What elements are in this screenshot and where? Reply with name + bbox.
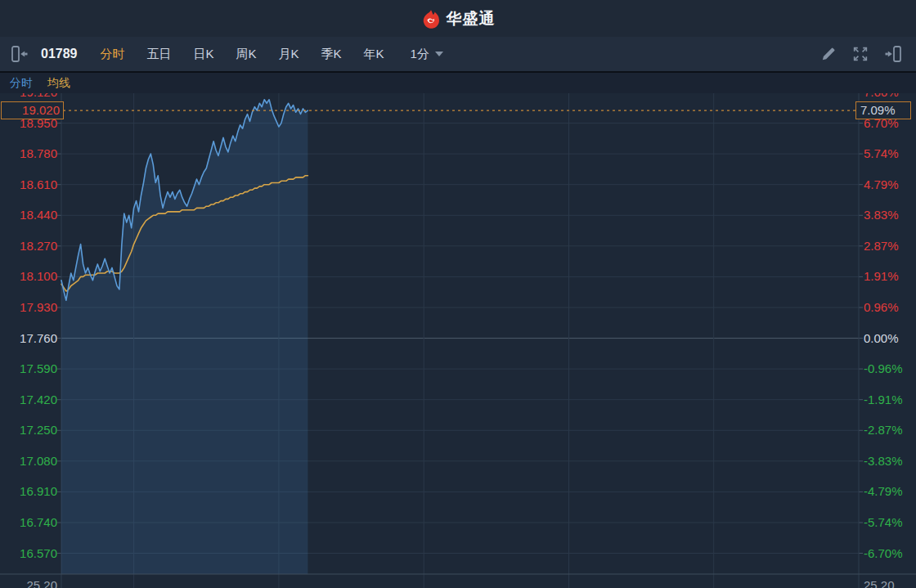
percent-axis-label: -4.79% [864,484,903,499]
price-axis-label: 17.930 [0,300,57,315]
price-axis-label: 18.440 [0,208,57,222]
chart-toolbar: 01789 分时五日日K周K月K季K年K 1分 [0,37,916,73]
price-axis-label: 19.120 [0,93,57,100]
period-tabs: 分时五日日K周K月K季K年K [101,47,384,62]
flame-icon [421,9,441,29]
chart-area[interactable]: 19.020 7.09% 25.20 25.20 19.1207.66%18.9… [0,93,916,588]
stock-code: 01789 [41,47,78,61]
price-axis-label: 17.420 [0,393,57,407]
price-axis-label: 18.610 [0,177,57,192]
legend-item: 分时 [10,76,33,91]
percent-axis-label: 2.87% [864,239,899,254]
price-axis-label: 16.910 [0,484,57,499]
price-axis-label: 16.740 [0,515,57,530]
price-axis-label: 16.570 [0,546,57,561]
percent-axis-label: -1.91% [864,393,903,407]
price-axis-label: 17.250 [0,423,57,438]
app-title: 华盛通 [447,8,496,29]
pencil-icon[interactable] [819,45,837,63]
minute-period-value: 1分 [411,47,429,62]
period-tab[interactable]: 季K [321,47,342,62]
price-axis-label: 17.590 [0,361,57,376]
current-change-label: 7.09% [855,101,911,119]
volume-axis-label-right: 25.20 [864,578,895,588]
percent-axis-label: -5.74% [864,515,903,530]
collapse-left-icon[interactable] [10,44,29,64]
percent-axis-label: -3.83% [864,454,903,469]
period-tab[interactable]: 分时 [101,47,125,62]
chart-legend: 分时均线 [0,73,916,93]
percent-axis-label: -6.70% [864,546,903,561]
price-axis-label: 18.270 [0,239,57,254]
collapse-right-icon[interactable] [883,44,903,64]
percent-axis-label: 0.96% [864,300,899,315]
percent-axis-label: 1.91% [864,269,899,284]
period-tab[interactable]: 日K [194,47,214,62]
minute-period-select[interactable]: 1分 [411,47,443,62]
expand-icon[interactable] [851,45,869,63]
period-tab[interactable]: 周K [236,47,257,62]
price-axis-label: 18.780 [0,146,57,161]
toolbar-right-icons [819,44,906,64]
minute-chart-plot [0,93,916,588]
price-area-fill [61,100,308,574]
period-tab[interactable]: 月K [279,47,299,62]
percent-axis-label: 3.83% [864,208,899,222]
legend-item: 均线 [47,76,70,91]
volume-axis-label-left: 25.20 [0,578,57,588]
percent-axis-label: 5.74% [864,146,899,161]
percent-axis-label: 4.79% [864,177,899,192]
app-logo: 华盛通 [421,8,496,29]
app-header: 华盛通 [0,0,916,37]
current-price-label: 19.020 [1,101,64,119]
percent-axis-label: -2.87% [864,423,903,438]
price-axis-label: 17.760 [0,331,57,346]
app-window: 华盛通 01789 分时五日日K周K月K季K年K 1分 [0,0,916,588]
price-axis-label: 17.080 [0,454,57,469]
percent-axis-label: 0.00% [864,331,899,346]
percent-axis-label: 7.66% [864,93,899,100]
percent-axis-label: -0.96% [864,361,903,376]
chevron-down-icon [435,52,443,56]
period-tab[interactable]: 五日 [147,47,172,62]
price-axis-label: 18.100 [0,269,57,284]
period-tab[interactable]: 年K [364,47,384,62]
